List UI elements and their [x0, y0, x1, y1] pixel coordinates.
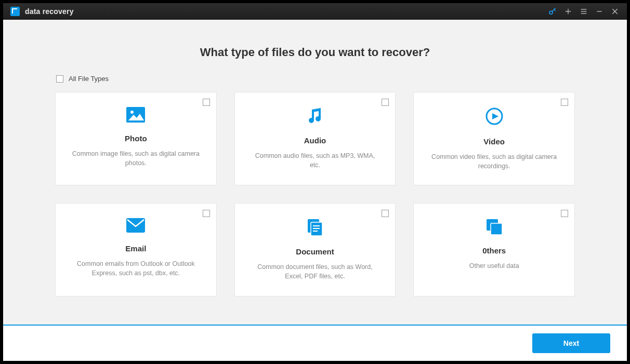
video-icon	[485, 107, 504, 128]
minimize-icon[interactable]	[592, 3, 607, 20]
app-window: data recovery What type of files do you …	[0, 0, 630, 364]
close-icon[interactable]	[607, 3, 623, 20]
card-document[interactable]: Document Common document files, such as …	[234, 203, 396, 296]
card-others-checkbox[interactable]	[561, 210, 568, 217]
card-email-desc: Common emails from Outlook or Outlook Ex…	[71, 259, 201, 278]
photo-icon	[126, 107, 145, 125]
card-document-title: Document	[296, 247, 334, 256]
app-title: data recovery	[25, 7, 74, 16]
all-file-types-label: All File Types	[69, 75, 109, 83]
card-video-title: Video	[483, 137, 505, 146]
document-icon	[306, 218, 324, 238]
svg-point-10	[130, 111, 134, 114]
card-document-desc: Common document files, such as Word, Exc…	[251, 262, 380, 281]
card-photo-checkbox[interactable]	[203, 99, 210, 106]
all-file-types-row: All File Types	[55, 75, 575, 83]
card-video-desc: Common video files, such as digital came…	[429, 152, 559, 171]
cards-grid: Photo Common image files, such as digita…	[55, 92, 575, 296]
titlebar: data recovery	[3, 3, 627, 20]
card-audio-desc: Common audio files, such as MP3, WMA, et…	[251, 151, 380, 170]
card-others-desc: Other useful data	[469, 261, 519, 271]
card-audio[interactable]: Audio Common audio files, such as MP3, W…	[234, 92, 396, 185]
audio-icon	[306, 107, 324, 127]
card-email-checkbox[interactable]	[203, 210, 210, 217]
card-photo-desc: Common image files, such as digital came…	[71, 149, 201, 168]
card-audio-title: Audio	[304, 136, 326, 145]
card-others-title: 0thers	[482, 246, 506, 255]
next-button[interactable]: Next	[532, 333, 610, 353]
all-file-types-checkbox[interactable]	[56, 75, 63, 83]
email-icon	[126, 218, 145, 235]
key-icon[interactable]	[545, 3, 560, 20]
card-audio-checkbox[interactable]	[382, 99, 389, 106]
card-email[interactable]: Email Common emails from Outlook or Outl…	[55, 203, 217, 296]
content-area: What type of files do you want to recove…	[3, 20, 627, 325]
card-photo-title: Photo	[125, 134, 147, 143]
footer-bar: Next	[3, 325, 627, 361]
menu-icon[interactable]	[576, 3, 592, 20]
others-icon	[485, 218, 503, 237]
card-document-checkbox[interactable]	[382, 210, 389, 217]
card-photo[interactable]: Photo Common image files, such as digita…	[55, 92, 217, 185]
app-inner: data recovery What type of files do you …	[3, 3, 627, 361]
card-others[interactable]: 0thers Other useful data	[413, 203, 575, 296]
card-video-checkbox[interactable]	[561, 99, 568, 106]
card-email-title: Email	[125, 244, 146, 253]
app-logo-icon	[10, 7, 20, 16]
page-heading: What type of files do you want to recove…	[55, 46, 575, 59]
card-video[interactable]: Video Common video files, such as digita…	[413, 92, 575, 185]
svg-rect-19	[491, 223, 502, 235]
plus-icon[interactable]	[560, 3, 576, 20]
